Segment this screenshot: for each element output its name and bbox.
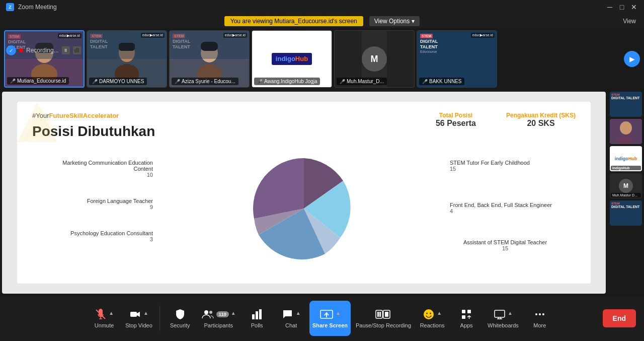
zoom-app-icon: Z	[6, 3, 14, 11]
svg-rect-19	[252, 314, 255, 319]
recording-status-text: Recording...	[26, 47, 59, 54]
toolbar: ▲ Unmute ▲ Stop Video Security	[0, 296, 644, 341]
participant-name-mastur: 🎤 Muh.Mastur_D...	[337, 78, 387, 85]
mute-icon	[95, 308, 107, 320]
recording-dot-icon	[19, 48, 23, 52]
security-button[interactable]: Security	[164, 301, 196, 336]
video-icon	[129, 308, 141, 320]
right-sidebar: STEM DIGITAL TALENT indigoHub IndigoHub …	[608, 90, 644, 296]
participants-button[interactable]: 110 ▲ Participants	[198, 301, 239, 336]
security-label: Security	[170, 322, 190, 328]
reactions-button[interactable]: ▲ Reactions	[416, 301, 448, 336]
reactions-icon-group: ▲	[423, 308, 442, 320]
sidebar-thumb-indigo[interactable]: indigoHub IndigoHub	[610, 146, 642, 171]
svg-rect-25	[377, 312, 379, 317]
svg-point-30	[426, 313, 428, 314]
more-label: More	[533, 322, 546, 328]
pie-chart-container	[249, 153, 359, 264]
svg-rect-33	[467, 310, 471, 313]
slide-stats: Total Posisi 56 Peserta Pengakuan Kredit…	[436, 112, 576, 128]
educ-tag-aziza: educ▶arse.id	[223, 33, 247, 38]
whiteboards-icon-group: ▲	[494, 308, 513, 320]
svg-rect-32	[462, 310, 465, 313]
participant-thumb-bakk[interactable]: STEM DIGITALTALENT Educourse 🎤 BAKK UNNE…	[417, 30, 497, 88]
end-meeting-button[interactable]: End	[603, 309, 636, 327]
recording-icon	[375, 308, 391, 320]
stop-recording-button[interactable]: ⬛	[73, 46, 81, 54]
participants-icon	[201, 308, 214, 320]
share-screen-caret-icon[interactable]: ▲	[336, 310, 341, 316]
svg-rect-28	[385, 312, 388, 317]
sidebar-thumb-2[interactable]	[610, 119, 642, 144]
view-options-button[interactable]: View Options ▾	[369, 16, 420, 26]
whiteboards-label: Whiteboards	[488, 322, 519, 328]
svg-rect-24	[376, 310, 382, 318]
apps-label: Apps	[460, 322, 473, 328]
reactions-label: Reactions	[420, 322, 445, 328]
participant-name-mutiara: 🎤 Mutiara_Educourse.id	[7, 77, 69, 85]
educ-tag-darmoyo: educ▶arse.id	[141, 33, 165, 38]
educourse-tag: educ▶arse.id	[58, 33, 82, 38]
chart-right-labels: STEM Tutor For Early Childhood 15 Front …	[450, 160, 560, 251]
share-screen-button[interactable]: ▲ Share Screen	[309, 301, 351, 336]
pause-recording-button[interactable]: ⏸	[62, 46, 70, 54]
svg-rect-21	[259, 309, 262, 319]
polls-icon	[252, 308, 263, 320]
chat-button[interactable]: ▲ Chat	[275, 301, 307, 336]
label-stem-tutor: STEM Tutor For Early Childhood 15	[450, 160, 560, 172]
svg-rect-16	[130, 312, 137, 317]
close-button[interactable]: ✕	[630, 3, 638, 11]
unmute-button[interactable]: ▲ Unmute	[88, 301, 120, 336]
pause-recording-button[interactable]: Pause/Stop Recording	[353, 301, 414, 336]
chat-caret-icon[interactable]: ▲	[296, 310, 301, 316]
sidebar-thumb-1[interactable]: STEM DIGITAL TALENT	[610, 92, 642, 117]
participant-thumb-aziza[interactable]: 🎤 Aziza Syurie - Educou... STEM DIGITALT…	[169, 30, 250, 88]
stat-kredit-sks: Pengakuan Kredit (SKS) 20 SKS	[506, 112, 576, 128]
chart-area: Marketing Communication Education Conten…	[32, 148, 576, 269]
chart-left-labels: Marketing Communication Education Conten…	[52, 160, 153, 242]
whiteboards-caret-icon[interactable]: ▲	[508, 310, 513, 316]
svg-point-40	[539, 313, 541, 315]
participant-thumb-mastur[interactable]: M 🎤 Muh.Mastur_D...	[334, 30, 415, 88]
polls-button[interactable]: Polls	[241, 301, 273, 336]
unmute-icon-group: ▲	[95, 308, 114, 320]
window-controls: ─ □ ✕	[606, 3, 638, 11]
whiteboards-button[interactable]: ▲ Whiteboards	[485, 301, 522, 336]
screen-share-notice: You are viewing Mutiara_Educourse.id's s…	[224, 16, 363, 26]
participant-thumb-darmoyo[interactable]: 🎤 DARMOYO UNNES STEM DIGITALTALENT educ▶…	[87, 30, 167, 88]
participant-strip: ✓ Recording... ⏸ ⬛ 🎤 Mutiara_Educourse.i…	[0, 28, 644, 90]
scroll-right-arrow[interactable]: ▶	[624, 51, 640, 67]
maximize-button[interactable]: □	[618, 3, 626, 11]
slide-decoration	[17, 102, 57, 142]
security-shield-icon: ✓	[6, 45, 16, 55]
presentation-slide: #YourFutureSkillAccelerator Total Posisi…	[17, 102, 591, 284]
participants-caret-icon[interactable]: ▲	[231, 310, 236, 316]
share-screen-icon	[319, 308, 334, 320]
educ-tag-bakk: educ▶arse.id	[471, 33, 495, 38]
svg-point-31	[430, 313, 431, 314]
unmute-label: Unmute	[95, 322, 114, 328]
minimize-button[interactable]: ─	[606, 3, 614, 11]
view-button[interactable]: View	[623, 18, 636, 25]
indigo-logo: indigoHub	[272, 53, 312, 65]
svg-point-7	[197, 64, 222, 79]
reactions-caret-icon[interactable]: ▲	[437, 310, 442, 316]
apps-button[interactable]: Apps	[450, 301, 482, 336]
video-caret-icon[interactable]: ▲	[143, 310, 148, 316]
label-foreign: Foreign Language Teacher 9	[52, 198, 153, 210]
main-content-area: #YourFutureSkillAccelerator Total Posisi…	[0, 90, 644, 296]
participant-thumb-mutiara[interactable]: 🎤 Mutiara_Educourse.id STEM DIGITALTALEN…	[4, 30, 85, 88]
participant-thumb-awang[interactable]: indigoHub 🎤 Awang.IndigoHub Jogja	[252, 30, 332, 88]
sidebar-thumb-mastur[interactable]: M Muh.Mastur DBS...	[610, 173, 642, 198]
participants-count-badge: 110	[216, 311, 229, 317]
pie-slice-foreign	[253, 158, 304, 218]
stop-video-label: Stop Video	[125, 322, 152, 328]
unmute-caret-icon[interactable]: ▲	[109, 310, 114, 316]
security-icon	[174, 308, 186, 320]
stop-video-icon-group: ▲	[129, 308, 148, 320]
stop-video-button[interactable]: ▲ Stop Video	[122, 301, 155, 336]
sidebar-thumb-stem2[interactable]: STEM DIGITAL TALENT	[610, 200, 642, 226]
shared-screen: #YourFutureSkillAccelerator Total Posisi…	[2, 92, 606, 294]
more-button[interactable]: More	[524, 301, 556, 336]
chat-label: Chat	[285, 322, 297, 328]
